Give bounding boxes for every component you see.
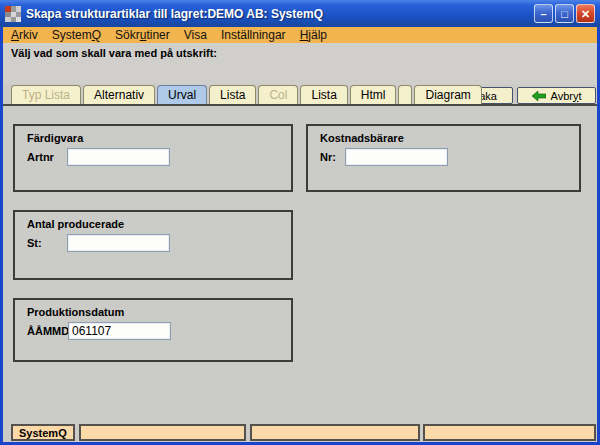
antal-producerade-group: Antal producerade St: bbox=[13, 210, 293, 280]
maximize-button[interactable]: □ bbox=[555, 4, 574, 23]
tab-alternativ[interactable]: Alternativ bbox=[83, 85, 155, 104]
status-systemq: SystemQ bbox=[11, 424, 75, 441]
menu-hjalp[interactable]: Hjälp bbox=[300, 28, 327, 42]
urval-tab-panel: Färdigvara Artnr Kostnadsbärare Nr: Anta… bbox=[3, 104, 597, 421]
menu-installningar[interactable]: Inställningar bbox=[221, 28, 286, 42]
fardigvara-group: Färdigvara Artnr bbox=[13, 124, 293, 192]
status-segment-4 bbox=[423, 424, 596, 441]
nr-input[interactable] bbox=[345, 148, 448, 166]
action-bar: Välj vad som skall vara med på utskrift:… bbox=[3, 43, 597, 84]
status-segment-2 bbox=[79, 424, 246, 441]
artnr-input[interactable] bbox=[67, 148, 170, 166]
produktionsdatum-input[interactable] bbox=[68, 322, 171, 340]
app-icon bbox=[5, 6, 21, 22]
fardigvara-title: Färdigvara bbox=[15, 126, 291, 144]
status-bar: SystemQ bbox=[3, 421, 597, 442]
menu-visa[interactable]: Visa bbox=[184, 28, 207, 42]
tab-lista-1[interactable]: Lista bbox=[209, 85, 256, 104]
menu-sokrutiner[interactable]: Sökrutiner bbox=[115, 28, 170, 42]
window-title: Skapa strukturartiklar till lagret:DEMO … bbox=[26, 7, 534, 21]
tab-col: Col bbox=[258, 85, 298, 104]
tab-diagram[interactable]: Diagram bbox=[414, 85, 481, 104]
avbryt-button[interactable]: Avbryt bbox=[517, 87, 596, 104]
tab-urval[interactable]: Urval bbox=[157, 85, 207, 104]
kostnadsbarare-group: Kostnadsbärare Nr: bbox=[306, 124, 581, 192]
print-selection-prompt: Välj vad som skall vara med på utskrift: bbox=[11, 47, 217, 59]
nr-label: Nr: bbox=[320, 151, 345, 163]
tab-blank[interactable] bbox=[398, 85, 412, 104]
antal-producerade-title: Antal producerade bbox=[15, 212, 291, 230]
titlebar: Skapa strukturartiklar till lagret:DEMO … bbox=[0, 0, 600, 27]
produktionsdatum-title: Produktionsdatum bbox=[15, 300, 291, 318]
close-button[interactable]: ✕ bbox=[576, 4, 595, 23]
tab-html[interactable]: Html bbox=[350, 85, 397, 104]
artnr-label: Artnr bbox=[27, 151, 67, 163]
application-window: Skapa strukturartiklar till lagret:DEMO … bbox=[0, 0, 600, 445]
st-input[interactable] bbox=[67, 234, 170, 252]
tab-lista-2[interactable]: Lista bbox=[300, 85, 347, 104]
aammdd-label: ÅÅMMDD bbox=[27, 325, 68, 337]
tab-bar: Typ Lista Alternativ Urval Lista Col Lis… bbox=[11, 85, 482, 104]
green-left-arrow-icon bbox=[532, 91, 546, 101]
st-label: St: bbox=[27, 237, 67, 249]
menu-systemq[interactable]: SystemQ bbox=[52, 28, 101, 42]
menu-arkiv[interactable]: Arkiv bbox=[11, 28, 38, 42]
status-segment-3 bbox=[250, 424, 420, 441]
kostnadsbarare-title: Kostnadsbärare bbox=[308, 126, 579, 144]
produktionsdatum-group: Produktionsdatum ÅÅMMDD bbox=[13, 298, 293, 362]
tab-typ-lista: Typ Lista bbox=[11, 85, 81, 104]
menu-bar: Arkiv SystemQ Sökrutiner Visa Inställnin… bbox=[3, 27, 597, 43]
minimize-button[interactable]: – bbox=[534, 4, 553, 23]
